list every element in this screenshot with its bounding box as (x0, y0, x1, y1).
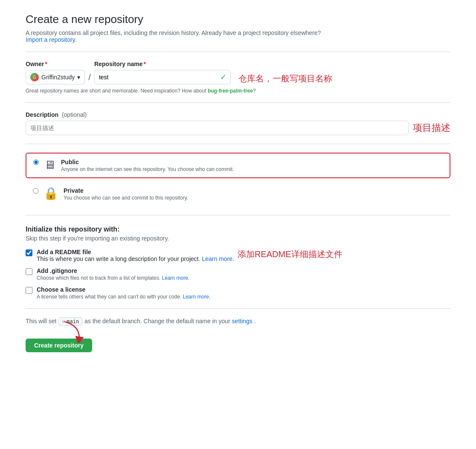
license-description: A license tells others what they can and… (37, 294, 210, 300)
divider-5 (26, 308, 450, 309)
private-info: Private You choose who can see and commi… (64, 187, 188, 201)
monitor-icon: 🖥 (44, 158, 56, 172)
gitignore-learn-more[interactable]: Learn more. (162, 275, 189, 281)
license-learn-more[interactable]: Learn more. (183, 294, 211, 300)
divider-2 (26, 102, 450, 103)
public-description: Anyone on the internet can see this repo… (61, 166, 234, 172)
page-subtitle: A repository contains all project files,… (26, 29, 450, 43)
dropdown-arrow-icon: ▾ (77, 74, 80, 81)
readme-checkbox[interactable] (26, 249, 32, 256)
branch-text: This will set ⑂ main as the default bran… (26, 317, 450, 326)
import-link[interactable]: Import a repository. (26, 36, 77, 43)
public-info: Public Anyone on the internet can see th… (61, 159, 234, 172)
license-info: Choose a license A license tells others … (37, 286, 210, 300)
gitignore-row: Add .gitignore Choose which files not to… (26, 267, 450, 281)
lock-icon: 🔒 (44, 186, 58, 200)
visibility-section: 🖥 Public Anyone on the internet can see … (26, 153, 450, 206)
private-option[interactable]: 🔒 Private You choose who can see and com… (26, 182, 450, 206)
check-icon: ✓ (220, 72, 226, 82)
readme-row: Add a README file This is where you can … (26, 249, 450, 262)
repo-name-annotation: 仓库名，一般写项目名称 (238, 73, 332, 84)
red-arrow-annotation (60, 322, 85, 343)
gitignore-description: Choose which files not to track from a l… (37, 275, 189, 281)
page-title: Create a new repository (26, 13, 450, 26)
license-row: Choose a license A license tells others … (26, 286, 450, 300)
public-label: Public (61, 159, 234, 165)
divider-3 (26, 144, 450, 144)
bottom-section: Create repository (26, 334, 450, 352)
description-group: Description (optional) 项目描述 (26, 111, 450, 135)
owner-avatar: G (30, 73, 39, 81)
gitignore-info: Add .gitignore Choose which files not to… (37, 267, 189, 281)
slash-divider: / (88, 70, 91, 84)
initialize-subtitle: Skip this step if you're importing an ex… (26, 235, 450, 242)
readme-info: Add a README file This is where you can … (37, 249, 342, 262)
private-description: You choose who can see and commit to thi… (64, 195, 188, 201)
readme-learn-more[interactable]: Learn more. (202, 255, 234, 262)
divider-4 (26, 215, 450, 215)
suggestion-link[interactable]: bug-free-palm-tree (208, 88, 253, 94)
license-checkbox[interactable] (26, 287, 32, 294)
description-annotation: 项目描述 (413, 122, 450, 134)
private-radio[interactable] (33, 188, 38, 194)
divider-1 (26, 52, 450, 52)
owner-field-group: Owner* G Griffin2study ▾ (26, 61, 85, 84)
description-input[interactable] (26, 121, 409, 135)
repo-name-label: Repository name* (94, 61, 231, 67)
initialize-section: Initialize this repository with: Skip th… (26, 226, 450, 300)
public-option[interactable]: 🖥 Public Anyone on the internet can see … (26, 153, 450, 178)
gitignore-checkbox[interactable] (26, 268, 32, 275)
license-label: Choose a license (37, 286, 210, 293)
private-label: Private (64, 187, 188, 194)
readme-description: This is where you can write a long descr… (37, 255, 234, 262)
gitignore-label: Add .gitignore (37, 267, 189, 274)
owner-name: Griffin2study (41, 74, 75, 81)
description-label: Description (optional) (26, 111, 450, 118)
owner-repo-row: Owner* G Griffin2study ▾ / Repository na… (26, 61, 450, 84)
repo-name-field-group: Repository name* ✓ (94, 61, 231, 84)
repo-name-input-wrapper: ✓ (94, 70, 231, 84)
initialize-title: Initialize this repository with: (26, 226, 450, 233)
repo-name-input[interactable] (94, 70, 231, 84)
owner-label: Owner* (26, 61, 85, 67)
create-button-wrapper: Create repository (26, 339, 92, 352)
repo-hint: Great repository names are short and mem… (26, 88, 450, 94)
settings-link[interactable]: settings (232, 318, 253, 324)
owner-dropdown[interactable]: G Griffin2study ▾ (26, 70, 85, 84)
public-radio[interactable] (33, 159, 39, 165)
readme-label: Add a README file (37, 249, 234, 255)
description-wrapper: 项目描述 (26, 121, 450, 135)
readme-annotation: 添加README详细描述文件 (238, 249, 342, 260)
